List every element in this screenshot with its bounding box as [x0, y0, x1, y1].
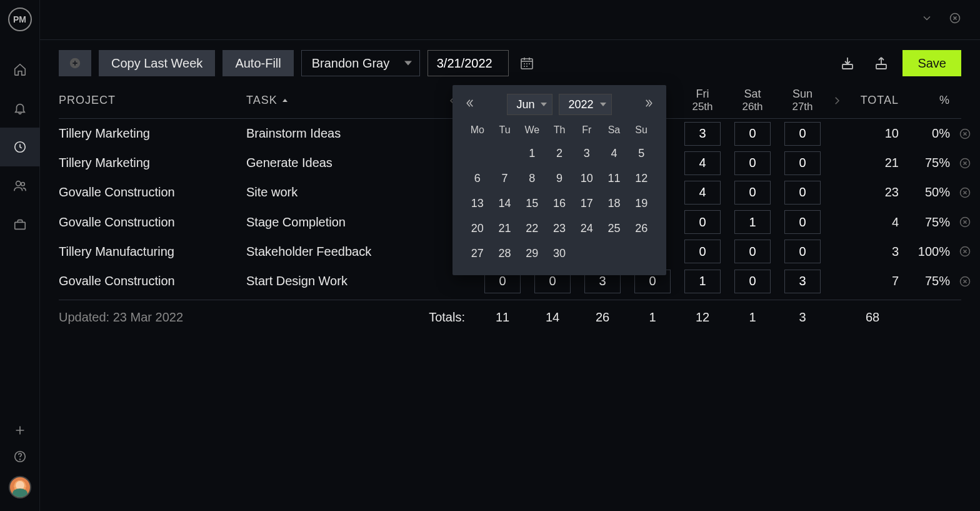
- cal-day[interactable]: 7: [491, 168, 519, 189]
- copy-last-week-button[interactable]: Copy Last Week: [99, 50, 215, 76]
- hours-input[interactable]: [784, 151, 821, 175]
- cal-day[interactable]: 16: [546, 193, 573, 214]
- cal-day[interactable]: 5: [628, 143, 655, 164]
- cal-day[interactable]: 4: [601, 143, 628, 164]
- cal-day[interactable]: 26: [628, 218, 655, 239]
- nav-notifications[interactable]: [0, 89, 40, 128]
- plus-icon: [13, 423, 27, 437]
- hours-input[interactable]: [734, 270, 771, 293]
- hours-input[interactable]: [734, 181, 771, 205]
- export-button[interactable]: [869, 51, 894, 76]
- cal-month-select[interactable]: Jun: [507, 94, 552, 115]
- nav-add[interactable]: [0, 423, 40, 437]
- cal-day[interactable]: 9: [546, 168, 573, 189]
- calendar-button[interactable]: [516, 50, 538, 76]
- delete-row-button[interactable]: [952, 216, 978, 228]
- nav-help[interactable]: [0, 450, 40, 463]
- cal-prev[interactable]: [464, 98, 475, 112]
- hours-input[interactable]: [734, 240, 771, 263]
- topbar-close-icon[interactable]: [949, 12, 961, 28]
- col-day-5: Sat26th: [728, 88, 778, 114]
- hours-input[interactable]: [684, 181, 721, 205]
- nav-home[interactable]: [0, 50, 40, 89]
- people-icon: [13, 179, 27, 193]
- save-button[interactable]: Save: [902, 50, 961, 76]
- cal-day[interactable]: 21: [491, 218, 519, 239]
- hours-input[interactable]: [684, 210, 721, 234]
- hours-input[interactable]: [734, 122, 771, 146]
- svg-point-5: [19, 459, 20, 460]
- hours-input[interactable]: [784, 181, 821, 205]
- user-avatar[interactable]: [9, 476, 31, 498]
- nav-portfolio[interactable]: [0, 205, 40, 244]
- add-row-button[interactable]: [59, 50, 91, 76]
- hours-input[interactable]: [684, 270, 721, 293]
- cal-year-select[interactable]: 2022: [559, 94, 611, 115]
- row-pct: 75%: [902, 215, 952, 230]
- cal-day[interactable]: 29: [518, 243, 546, 264]
- cell-project: Govalle Construction: [59, 215, 246, 230]
- hours-input[interactable]: [684, 122, 721, 146]
- row-total: 23: [846, 185, 902, 200]
- cal-day[interactable]: 20: [464, 218, 491, 239]
- cal-dow: Tu: [491, 121, 519, 139]
- chevron-down-icon: [600, 103, 606, 106]
- cell-task: Start Design Work: [246, 274, 428, 288]
- cal-day[interactable]: 19: [628, 193, 655, 214]
- cal-day[interactable]: 27: [464, 243, 491, 264]
- table-footer: Updated: 23 Mar 2022 Totals: 11 14 26 1 …: [59, 300, 961, 335]
- cal-day[interactable]: 10: [573, 168, 601, 189]
- col-task[interactable]: TASK: [246, 94, 428, 107]
- date-input[interactable]: 3/21/2022: [428, 50, 509, 76]
- hours-input[interactable]: [734, 210, 771, 234]
- delete-row-button[interactable]: [952, 157, 978, 169]
- row-total: 10: [846, 126, 902, 141]
- cell-task: Stage Completion: [246, 215, 428, 230]
- hours-input[interactable]: [684, 240, 721, 263]
- hours-input[interactable]: [784, 122, 821, 146]
- cal-day[interactable]: 8: [518, 168, 546, 189]
- grand-total: 68: [846, 310, 902, 325]
- topbar-dropdown-icon[interactable]: [921, 12, 933, 28]
- cal-day[interactable]: 22: [518, 218, 546, 239]
- row-total: 7: [846, 274, 902, 288]
- cal-day[interactable]: 25: [601, 218, 628, 239]
- cal-day[interactable]: 2: [546, 143, 573, 164]
- cal-day[interactable]: 24: [573, 218, 601, 239]
- hours-input[interactable]: [784, 240, 821, 263]
- delete-row-button[interactable]: [952, 128, 978, 140]
- cal-day[interactable]: 12: [628, 168, 655, 189]
- delete-row-button[interactable]: [952, 275, 978, 288]
- cal-day[interactable]: 17: [573, 193, 601, 214]
- cal-day[interactable]: 15: [518, 193, 546, 214]
- cal-day[interactable]: 23: [546, 218, 573, 239]
- svg-rect-3: [14, 222, 25, 229]
- cal-day[interactable]: 1: [518, 143, 546, 164]
- nav-team[interactable]: [0, 166, 40, 205]
- cal-day[interactable]: 28: [491, 243, 519, 264]
- cal-day[interactable]: 3: [573, 143, 601, 164]
- hours-input[interactable]: [684, 151, 721, 175]
- cell-project: Govalle Construction: [59, 274, 246, 288]
- cal-day[interactable]: 6: [464, 168, 491, 189]
- delete-row-button[interactable]: [952, 245, 978, 258]
- auto-fill-button[interactable]: Auto-Fill: [222, 50, 293, 76]
- cal-day[interactable]: 18: [601, 193, 628, 214]
- import-button[interactable]: [835, 51, 860, 76]
- col-pct: %: [902, 94, 952, 107]
- nav-timesheet[interactable]: [0, 128, 40, 166]
- cal-dow: We: [518, 121, 546, 139]
- cal-day[interactable]: 11: [601, 168, 628, 189]
- col-total: TOTAL: [846, 94, 902, 107]
- user-select[interactable]: Brandon Gray: [301, 50, 420, 76]
- cal-day[interactable]: 14: [491, 193, 519, 214]
- hours-input[interactable]: [784, 270, 821, 293]
- week-next[interactable]: [828, 95, 846, 106]
- cal-day[interactable]: 30: [546, 243, 573, 264]
- row-pct: 100%: [902, 245, 952, 259]
- cal-next[interactable]: [644, 98, 655, 112]
- delete-row-button[interactable]: [952, 186, 978, 199]
- hours-input[interactable]: [734, 151, 771, 175]
- cal-day[interactable]: 13: [464, 193, 491, 214]
- hours-input[interactable]: [784, 210, 821, 234]
